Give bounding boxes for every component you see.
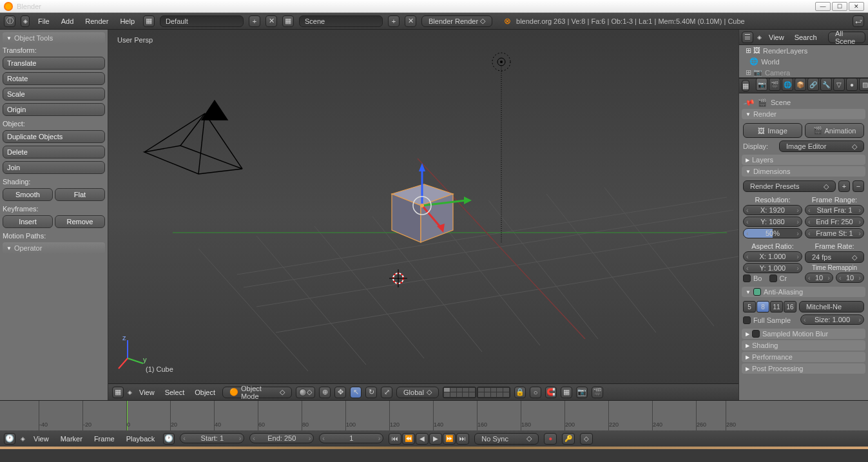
layout-delete-button[interactable]: ✕ (265, 15, 277, 27)
timeline[interactable]: -40-20 020 4060 80100 120140 160180 2002… (0, 400, 868, 430)
tab-modifiers-icon[interactable]: 🔧 (820, 78, 832, 91)
snap-type-icon[interactable]: ▦ (561, 387, 572, 398)
expand-icon[interactable]: ◈ (128, 389, 132, 396)
vp-menu-object[interactable]: Object (191, 387, 218, 398)
expand-menu-icon[interactable]: ◈ (21, 15, 30, 27)
flat-button[interactable]: Flat (55, 188, 105, 201)
duplicate-button[interactable]: Duplicate Objects (3, 130, 105, 143)
shading-section-header[interactable]: Shading (742, 340, 865, 351)
tl-menu-marker[interactable]: Marker (57, 434, 86, 444)
timeline-editor-icon[interactable]: 🕐 (4, 433, 15, 445)
scale-button[interactable]: Scale (3, 88, 105, 101)
pivot-icon[interactable]: ⊕ (319, 387, 331, 398)
mode-dropdown[interactable]: 🟠Object Mode◇ (222, 387, 292, 398)
layer-buttons[interactable] (443, 387, 510, 398)
render-animation-button[interactable]: 🎬 Animation (805, 123, 864, 138)
delete-button[interactable]: Delete (3, 146, 105, 159)
layout-add-button[interactable]: + (249, 15, 260, 27)
motion-blur-section-header[interactable]: Sampled Motion Blur (742, 329, 865, 339)
out-menu-search[interactable]: Search (791, 32, 820, 43)
range-icon[interactable]: 🕐 (163, 433, 175, 445)
tl-menu-frame[interactable]: Frame (91, 434, 118, 444)
postprocess-section-header[interactable]: Post Processing (742, 363, 865, 374)
menu-file[interactable]: File (35, 16, 53, 26)
dimensions-section-header[interactable]: Dimensions (742, 166, 865, 177)
fps-dropdown[interactable]: 24 fps◇ (805, 251, 864, 263)
tab-object-icon[interactable]: 📦 (795, 78, 806, 91)
res-x-field[interactable]: X: 1920 (743, 205, 802, 215)
scene-browse-icon[interactable]: ▦ (282, 15, 294, 27)
rotate-button[interactable]: Rotate (3, 72, 105, 85)
res-y-field[interactable]: Y: 1080 (743, 217, 802, 227)
border-check[interactable] (743, 274, 751, 282)
preset-remove-button[interactable]: − (853, 180, 864, 192)
close-button[interactable]: ✕ (849, 2, 864, 11)
res-pct-field[interactable]: 50% (743, 228, 802, 238)
manipulator-icon[interactable]: ✥ (334, 387, 346, 398)
vp-menu-select[interactable]: Select (162, 387, 188, 398)
start-frame-field[interactable]: Start Fra: 1 (805, 205, 864, 215)
outliner-filter-dropdown[interactable]: All Scene (828, 32, 865, 43)
render-opengl-icon[interactable]: 📷 (576, 387, 588, 398)
tab-world-icon[interactable]: 🌐 (782, 78, 793, 91)
tab-scene-icon[interactable]: 🎬 (769, 78, 780, 91)
full-sample-check[interactable] (743, 316, 751, 324)
gizmo-rotate-icon[interactable]: ↻ (365, 387, 377, 398)
render-anim-icon[interactable]: 🎬 (592, 387, 603, 398)
translate-button[interactable]: Translate (3, 57, 105, 70)
outliner-item-renderlayers[interactable]: ⊞ 🖼 RenderLayers (739, 45, 868, 56)
end-frame-field[interactable]: End Fr: 250 (805, 217, 864, 227)
outliner-item-world[interactable]: 🌐 World (739, 56, 868, 67)
keying-set-icon[interactable]: 🔑 (562, 433, 575, 445)
keyframe-next-button[interactable]: ⏩ (443, 433, 456, 445)
outliner-editor-icon[interactable]: ☰ (742, 32, 753, 43)
frame-step-field[interactable]: Frame St: 1 (805, 228, 864, 238)
blur-check[interactable] (752, 330, 760, 338)
crop-check[interactable] (769, 274, 777, 282)
aa-8[interactable]: 8 (757, 301, 769, 313)
operator-header[interactable]: Operator (3, 242, 105, 254)
keyframe-prev-button[interactable]: ⏪ (402, 433, 415, 445)
layers-section-header[interactable]: Layers (742, 155, 865, 165)
layout-browse-icon[interactable]: ▦ (143, 15, 155, 27)
shading-dropdown[interactable]: ◇ (296, 387, 315, 398)
sync-dropdown[interactable]: No Sync◇ (474, 433, 539, 445)
tab-material-icon[interactable]: ● (846, 78, 858, 91)
tl-expand-icon[interactable]: ◈ (21, 436, 25, 442)
tl-menu-view[interactable]: View (30, 434, 52, 444)
render-engine-dropdown[interactable]: Blender Render◇ (421, 15, 492, 27)
back-to-previous-button[interactable]: ⮐ (853, 15, 864, 27)
proportional-icon[interactable]: ○ (530, 387, 541, 398)
aa-11[interactable]: 11 (770, 301, 783, 313)
remap-new-field[interactable]: 10 (836, 273, 864, 283)
gizmo-scale-icon[interactable]: ⤢ (381, 387, 392, 398)
vp-menu-view[interactable]: View (136, 387, 158, 398)
menu-add[interactable]: Add (58, 16, 77, 26)
menu-render[interactable]: Render (82, 16, 111, 26)
out-expand-icon[interactable]: ◈ (757, 34, 762, 41)
remove-keyframe-button[interactable]: Remove (55, 215, 105, 228)
object-tools-header[interactable]: Object Tools (3, 32, 105, 44)
editor-type-icon[interactable]: ▦ (112, 387, 124, 398)
start-field[interactable]: Start: 1 (180, 433, 244, 443)
scene-add-button[interactable]: + (388, 15, 400, 27)
tab-data-icon[interactable]: ▽ (833, 78, 845, 91)
current-frame-field[interactable]: 1 (319, 433, 383, 443)
viewport-3d[interactable]: User Persp (1) Cube (108, 30, 738, 400)
tab-render-icon[interactable]: 📷 (756, 78, 767, 91)
lock-layers-icon[interactable]: 🔒 (514, 387, 526, 398)
maximize-button[interactable]: ☐ (832, 2, 847, 11)
orientation-dropdown[interactable]: Global◇ (396, 387, 439, 398)
keyframe-type-icon[interactable]: ◇ (580, 433, 593, 445)
aa-section-header[interactable]: Anti-Aliasing (742, 287, 865, 297)
auto-keyframe-button[interactable]: ● (544, 433, 557, 445)
insert-keyframe-button[interactable]: Insert (3, 215, 53, 228)
render-image-button[interactable]: 🖼 Image (743, 123, 802, 138)
performance-section-header[interactable]: Performance (742, 352, 865, 362)
props-editor-icon[interactable]: ▦ (742, 80, 749, 91)
aa-16[interactable]: 16 (784, 301, 796, 313)
layout-field[interactable]: Default (160, 15, 244, 27)
tab-texture-icon[interactable]: ▨ (859, 78, 868, 91)
smooth-button[interactable]: Smooth (3, 188, 53, 201)
play-reverse-button[interactable]: ◀ (416, 433, 429, 445)
